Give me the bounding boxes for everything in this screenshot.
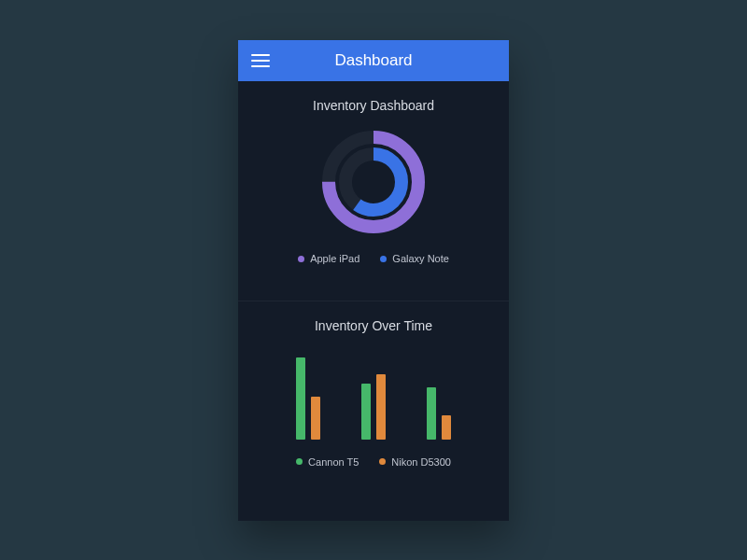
inventory-over-time-card: Inventory Over Time Ca (238, 301, 509, 521)
legend-item-apple-ipad: Apple iPad (298, 253, 359, 264)
legend-item-galaxy-note: Galaxy Note (380, 253, 449, 264)
legend-label: Apple iPad (310, 253, 359, 264)
bar-group (361, 374, 386, 440)
page-title: Dashboard (238, 51, 509, 70)
legend-dot-icon (379, 458, 386, 465)
legend-dot-icon (296, 458, 303, 465)
bar-legend: Cannon T5 Nikon D5300 (296, 456, 451, 468)
bar-cannon (361, 384, 371, 440)
bar-chart-bars (275, 346, 472, 440)
inventory-dashboard-card: Inventory Dashboard Apple iPad Galaxy No… (238, 81, 509, 301)
bar-cannon (427, 387, 436, 440)
card-title: Inventory Dashboard (313, 98, 434, 113)
donut-chart (317, 126, 430, 238)
bar-group (296, 357, 320, 440)
legend-dot-icon (298, 256, 304, 262)
donut-legend: Apple iPad Galaxy Note (298, 253, 449, 264)
app-window: Dashboard Inventory Dashboard Apple iPad (238, 40, 509, 521)
bar-chart: Cannon T5 Nikon D5300 (249, 346, 498, 506)
bar-nikon (442, 415, 451, 440)
legend-dot-icon (380, 256, 387, 262)
legend-label: Nikon D5300 (391, 456, 451, 468)
bar-nikon (376, 374, 386, 440)
card-title: Inventory Over Time (315, 318, 432, 333)
menu-icon[interactable] (251, 50, 272, 71)
bar-nikon (311, 397, 320, 440)
bar-group (427, 387, 451, 440)
legend-label: Cannon T5 (308, 456, 359, 468)
app-header: Dashboard (238, 40, 509, 82)
legend-item-nikon: Nikon D5300 (379, 456, 451, 468)
bar-cannon (296, 357, 305, 440)
legend-item-cannon: Cannon T5 (296, 456, 359, 468)
legend-label: Galaxy Note (392, 253, 449, 264)
